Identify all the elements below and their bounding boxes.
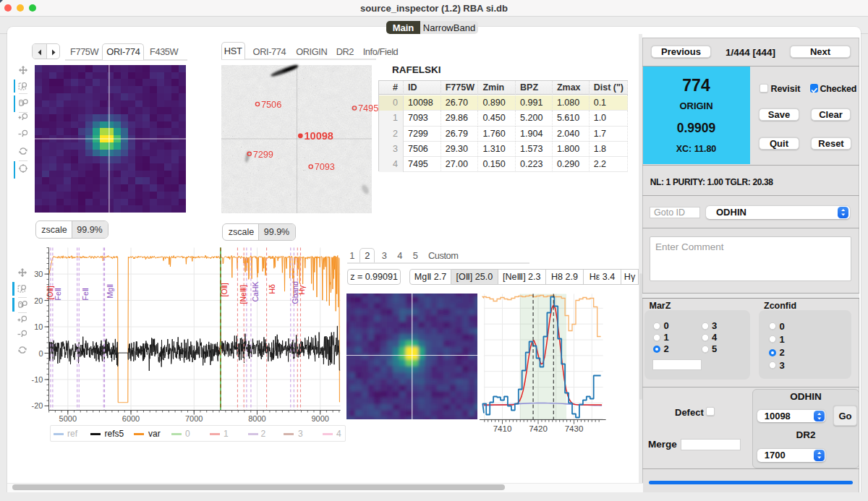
svg-text:FeⅡ: FeⅡ — [54, 288, 62, 300]
svg-text:Hγ: Hγ — [297, 285, 306, 295]
svg-text:MgⅡ: MgⅡ — [106, 284, 114, 299]
svg-text:[NeⅢ]: [NeⅢ] — [239, 285, 247, 304]
svg-text:7410: 7410 — [493, 424, 512, 433]
svg-text:7506: 7506 — [261, 100, 281, 110]
svg-text:8000: 8000 — [248, 414, 265, 423]
svg-text:0: 0 — [38, 349, 43, 358]
svg-text:9000: 9000 — [311, 414, 328, 423]
svg-text:CaHK: CaHK — [251, 281, 260, 301]
svg-text:5000: 5000 — [59, 414, 77, 423]
svg-text:6000: 6000 — [122, 414, 140, 423]
svg-text:FeⅡ: FeⅡ — [81, 288, 90, 300]
svg-text:7430: 7430 — [565, 424, 584, 433]
svg-text:30: 30 — [34, 270, 43, 278]
svg-text:7000: 7000 — [185, 414, 203, 423]
svg-text:7093: 7093 — [315, 162, 335, 172]
svg-text:7299: 7299 — [253, 150, 273, 160]
svg-text:10098: 10098 — [305, 130, 333, 142]
svg-text:7420: 7420 — [529, 424, 548, 433]
svg-text:-10: -10 — [32, 375, 43, 384]
svg-text:-20: -20 — [32, 401, 43, 410]
svg-text:Hδ: Hδ — [268, 284, 276, 294]
svg-text:20: 20 — [34, 296, 43, 305]
svg-text:7495: 7495 — [358, 103, 378, 114]
svg-text:[OⅡ]: [OⅡ] — [220, 283, 229, 296]
svg-text:10: 10 — [34, 322, 43, 331]
